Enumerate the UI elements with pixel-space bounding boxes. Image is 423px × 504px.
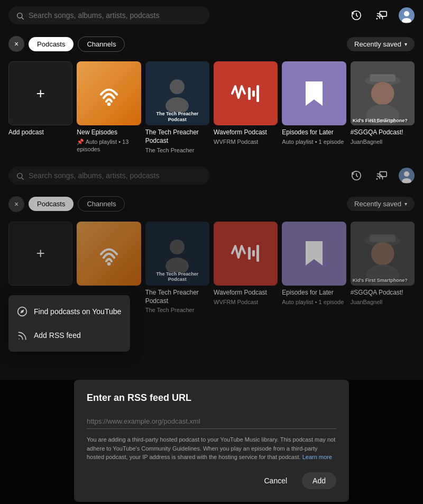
waveform-card-2[interactable]: Waveform Podcast WVFRM Podcast: [214, 222, 278, 314]
pin-icon: 📌: [77, 139, 84, 145]
modal-cancel-btn[interactable]: Cancel: [255, 472, 296, 489]
add-podcast-card[interactable]: + Add podcast: [8, 61, 72, 154]
search-bar-top[interactable]: [8, 6, 209, 24]
dropdown-menu: Find podcasts on YouTube Add RSS feed: [8, 295, 130, 352]
search-icon-top: [16, 11, 24, 20]
sggqa-thumb: Kid's First Smartphone? Kid's First Smar…: [351, 61, 415, 125]
top-icons: [348, 7, 415, 24]
modal-disclaimer: You are adding a third-party hosted podc…: [87, 435, 336, 462]
svg-point-6: [404, 11, 409, 16]
history-icon-btn[interactable]: [348, 7, 365, 24]
rss-url-input[interactable]: [87, 414, 336, 429]
svg-point-10: [165, 97, 189, 112]
sggqa-sub: JuanBagnell: [351, 138, 415, 145]
tech-preacher-sub: The Tech Preacher: [145, 146, 209, 154]
cast-icon-btn[interactable]: [373, 7, 390, 24]
tech-preacher-thumb-2: The Tech PreacherPodcast: [145, 222, 209, 286]
sggqa-card-2[interactable]: Kid's First Smartphone? #SGGQA Podcast! …: [351, 222, 415, 314]
cast-icon: [376, 10, 388, 21]
episodes-later-sub-2: Auto playlist • 1 episode: [282, 298, 346, 306]
waveform-sub-2: WVFRM Podcast: [214, 298, 278, 306]
svg-point-3: [376, 18, 378, 20]
new-episodes-thumb: [77, 61, 141, 125]
new-episodes-title: New Episodes: [77, 129, 141, 137]
tech-preacher-sub-2: The Tech Preacher: [145, 306, 209, 314]
close-filter-btn-2[interactable]: ×: [8, 196, 24, 212]
recently-saved-btn-2[interactable]: Recently saved ▾: [347, 197, 415, 211]
person-silhouette-icon: [163, 75, 192, 112]
svg-point-0: [17, 13, 22, 17]
svg-rect-12: [252, 90, 255, 97]
history-icon-btn-2[interactable]: [348, 167, 365, 184]
add-podcast-thumb-2: +: [8, 222, 72, 286]
filter-row-1: × Podcasts Channels Recently saved ▾: [0, 31, 423, 57]
close-filter-btn-1[interactable]: ×: [8, 36, 24, 52]
svg-point-17: [371, 82, 394, 105]
episodes-later-title: Episodes for Later: [282, 129, 346, 137]
svg-rect-13: [256, 85, 259, 102]
new-episodes-sub: 📌 Auto playlist • 13 episodes: [77, 138, 141, 153]
sggqa-person-icon: Kid's First Smartphone?: [351, 61, 415, 125]
svg-line-22: [22, 178, 24, 180]
new-episodes-card[interactable]: New Episodes 📌 Auto playlist • 13 episod…: [77, 61, 141, 154]
podcasts-chip-1[interactable]: Podcasts: [29, 37, 73, 51]
cast-icon-btn-2[interactable]: [373, 167, 390, 184]
episodes-later-title-2: Episodes for Later: [282, 289, 346, 297]
add-rss-label: Add RSS feed: [34, 331, 81, 340]
svg-point-38: [371, 242, 394, 265]
tech-preacher-title-2: The Tech Preacher Podcast: [145, 289, 209, 305]
svg-rect-11: [248, 87, 251, 100]
add-podcast-thumb: +: [8, 61, 72, 125]
sggqa-card[interactable]: Kid's First Smartphone? Kid's First Smar…: [351, 61, 415, 154]
tech-preacher-title: The Tech Preacher Podcast: [145, 129, 209, 145]
avatar-2[interactable]: [399, 168, 415, 184]
sggqa-title: #SGGQA Podcast!: [351, 129, 415, 137]
channels-chip-2[interactable]: Channels: [78, 196, 125, 212]
podcasts-chip-2[interactable]: Podcasts: [29, 197, 73, 211]
waveform-card[interactable]: Waveform Podcast WVFRM Podcast: [214, 61, 278, 154]
search-input-2[interactable]: [29, 171, 202, 180]
channels-chip-1[interactable]: Channels: [78, 36, 125, 52]
add-rss-item[interactable]: Add RSS feed: [8, 323, 130, 347]
top-icons-2: [348, 167, 415, 184]
new-episodes-thumb-inner-2: [77, 222, 141, 286]
svg-rect-32: [248, 247, 251, 260]
avatar[interactable]: [399, 7, 415, 23]
compass-icon: [17, 306, 27, 317]
tech-preacher-card-2[interactable]: The Tech PreacherPodcast The Tech Preach…: [145, 222, 209, 314]
rss-modal: Enter an RSS feed URL You are adding a t…: [74, 380, 349, 502]
search-input-top[interactable]: [29, 11, 202, 20]
waveform-title: Waveform Podcast: [214, 129, 278, 137]
episodes-later-thumb-inner: [282, 61, 346, 125]
svg-point-9: [170, 79, 185, 94]
podcast-grid-1: + Add podcast New Episodes 📌 Auto playli…: [0, 57, 423, 162]
svg-point-29: [107, 262, 111, 266]
avatar-image: [399, 8, 414, 23]
svg-rect-4: [380, 12, 387, 16]
modal-add-btn[interactable]: Add: [302, 472, 336, 489]
waveform-logo-icon: [230, 82, 262, 105]
search-bar-2[interactable]: [8, 167, 209, 185]
svg-rect-33: [252, 250, 255, 256]
waveform-sub: WVFRM Podcast: [214, 138, 278, 145]
svg-rect-37: [370, 234, 396, 242]
episodes-later-card[interactable]: Episodes for Later Auto playlist • 1 epi…: [282, 61, 346, 154]
tech-preacher-thumb-inner: The Tech PreacherPodcast: [145, 61, 209, 125]
svg-point-8: [107, 102, 111, 106]
learn-more-link[interactable]: Learn more: [302, 454, 332, 460]
find-podcasts-item[interactable]: Find podcasts on YouTube: [8, 299, 130, 323]
tech-preacher-card[interactable]: The Tech PreacherPodcast The Tech Preach…: [145, 61, 209, 154]
waveform-thumb: [214, 61, 278, 125]
chevron-down-icon-1: ▾: [404, 41, 407, 47]
sggqa-thumb-text: Kid's First Smartphone?: [353, 118, 412, 124]
history-icon: [351, 10, 362, 21]
svg-line-1: [22, 17, 24, 20]
svg-point-42: [19, 338, 20, 340]
recently-saved-btn-1[interactable]: Recently saved ▾: [347, 37, 415, 51]
search-icon-2: [16, 171, 24, 180]
sggqa-sub-2: JuanBagnell: [351, 298, 415, 306]
add-podcast-title: Add podcast: [8, 129, 72, 137]
new-episodes-thumb-inner: [77, 61, 141, 125]
svg-marker-41: [20, 310, 24, 314]
episodes-later-card-2[interactable]: Episodes for Later Auto playlist • 1 epi…: [282, 222, 346, 314]
